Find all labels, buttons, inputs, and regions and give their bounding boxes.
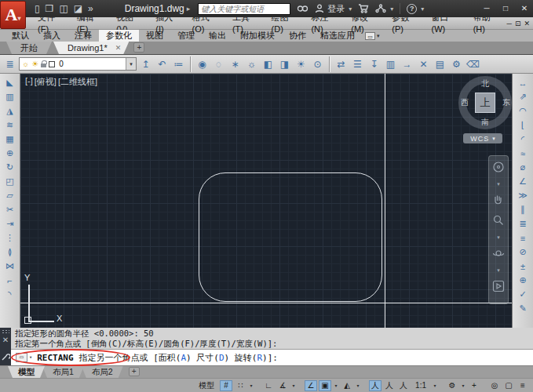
nav-wheel-caret-icon[interactable]: ▾ bbox=[497, 181, 500, 187]
new-layout-button[interactable]: + bbox=[129, 367, 140, 376]
viewcube-south[interactable]: 南 bbox=[481, 117, 489, 128]
annotation-autoscale-toggle[interactable]: 人 bbox=[383, 380, 396, 391]
nav-orbit-icon[interactable] bbox=[492, 247, 505, 261]
doc-minimize-button[interactable]: ─ bbox=[507, 20, 512, 27]
save-as-icon[interactable]: ◪ bbox=[74, 3, 82, 14]
osnap-3d-toggle[interactable]: ◭ bbox=[341, 380, 353, 391]
ribbon-tab[interactable]: 附加模块 bbox=[233, 30, 282, 42]
change-to-current-layer-button[interactable]: ↧ bbox=[367, 56, 381, 71]
radius-dimension-tool[interactable]: ◜ bbox=[516, 133, 530, 145]
ribbon-tab[interactable]: 注释 bbox=[68, 30, 99, 42]
quick-dimension-tool[interactable]: ≫ bbox=[516, 190, 530, 201]
sign-in-caret-icon[interactable]: ▾ bbox=[349, 5, 352, 13]
angular-dimension-tool[interactable]: ∠ bbox=[516, 176, 530, 187]
ribbon-tab[interactable]: 协作 bbox=[282, 30, 313, 42]
center-mark-tool[interactable]: ⊕ bbox=[516, 274, 530, 286]
chamfer-tool[interactable]: ⌐ bbox=[3, 274, 17, 286]
viewcube-top-face[interactable]: 上 bbox=[475, 93, 495, 113]
layer-unisolate-button[interactable]: ◌ bbox=[211, 56, 226, 71]
ribbon-tab[interactable]: 视图 bbox=[139, 30, 170, 42]
doc-restore-button[interactable]: ⊡ bbox=[515, 20, 521, 27]
viewcube-north[interactable]: 北 bbox=[481, 78, 489, 89]
minimize-button[interactable]: ─ bbox=[478, 1, 495, 16]
file-tab-drawing1[interactable]: Drawing1* ✕ bbox=[53, 42, 129, 54]
layer-merge-button[interactable]: → bbox=[400, 56, 414, 71]
offset-tool[interactable]: ≋ bbox=[3, 119, 17, 131]
move-tool[interactable]: ⊕ bbox=[3, 147, 17, 159]
layout-tab[interactable]: 布局2 bbox=[82, 366, 123, 378]
application-menu-button[interactable]: A▾ bbox=[0, 1, 26, 29]
snap-caret[interactable]: ▾ bbox=[248, 380, 254, 391]
annotation-scale-caret[interactable]: ▾ bbox=[432, 380, 438, 391]
layer-lock-button[interactable]: ◧ bbox=[261, 56, 276, 71]
workspace-gear-button[interactable]: ⚙ bbox=[446, 380, 458, 391]
maximize-button[interactable]: □ bbox=[497, 1, 514, 16]
ribbon-minimize-button[interactable]: ▭ ▾ bbox=[365, 30, 380, 42]
nav-showmotion-icon[interactable] bbox=[492, 280, 505, 294]
save-icon[interactable]: ◫ bbox=[59, 3, 68, 14]
model-space-button[interactable]: 模型 bbox=[195, 380, 218, 391]
layer-thaw-button[interactable]: ☀ bbox=[294, 56, 308, 71]
help-icon[interactable]: ? bbox=[407, 4, 417, 14]
layer-off-button[interactable]: ☼ bbox=[244, 56, 259, 71]
recent-commands-caret-icon[interactable]: ▾ bbox=[29, 354, 32, 361]
wcs-button[interactable]: WCS ▾ bbox=[463, 133, 502, 143]
customization-button[interactable]: ≡ bbox=[517, 380, 529, 391]
layer-unlock-button[interactable]: ◨ bbox=[277, 56, 292, 71]
continue-dimension-tool[interactable]: ≣ bbox=[516, 218, 530, 230]
clean-screen-button[interactable]: ▢ bbox=[502, 380, 515, 391]
annotation-scale-display[interactable]: 人 bbox=[397, 380, 410, 391]
dimension-break-tool[interactable]: ⊘ bbox=[516, 246, 530, 258]
app-store-cart-icon[interactable] bbox=[358, 4, 369, 13]
recent-commands-icon[interactable]: ▭ bbox=[16, 353, 27, 362]
nav-wheel-icon[interactable] bbox=[492, 161, 505, 175]
osnap-tracking-toggle[interactable]: ∠ bbox=[305, 380, 317, 391]
array-tool[interactable]: ▦ bbox=[3, 133, 17, 145]
ribbon-tab[interactable]: 精选应用 bbox=[313, 30, 362, 42]
qat-more-icon[interactable]: » bbox=[88, 3, 93, 14]
layer-dropdown-caret-icon[interactable]: ▾ bbox=[126, 58, 136, 70]
new-file-icon[interactable]: ▯ bbox=[35, 3, 40, 14]
close-icon[interactable]: ✕ bbox=[115, 42, 122, 54]
viewcube-east[interactable]: 东 bbox=[502, 97, 510, 108]
copy-objects-to-new-layer-button[interactable]: ▥ bbox=[383, 56, 398, 71]
tolerance-tool[interactable]: ± bbox=[516, 260, 530, 272]
layout-tab[interactable]: 布局1 bbox=[42, 366, 84, 378]
annotation-visibility-toggle[interactable]: 人 bbox=[369, 380, 381, 391]
copy-tool[interactable]: ▥ bbox=[3, 91, 17, 103]
open-file-icon[interactable]: ❒ bbox=[46, 3, 54, 14]
purge-broom-button[interactable]: ⌫ bbox=[465, 56, 480, 71]
layer-previous-button[interactable]: ↶ bbox=[155, 56, 170, 71]
trim-tool[interactable]: ✂ bbox=[3, 204, 17, 216]
layer-settings-button[interactable]: ⚙ bbox=[449, 56, 464, 71]
polar-tracking-toggle[interactable]: ∡ bbox=[276, 380, 289, 391]
dimension-edit-tool[interactable]: ✎ bbox=[516, 303, 530, 314]
share-caret-icon[interactable]: ▾ bbox=[390, 5, 393, 13]
stretch-tool[interactable]: ▱ bbox=[3, 190, 17, 201]
layout-tab[interactable]: 模型 bbox=[8, 366, 45, 378]
help-caret-icon[interactable]: ▾ bbox=[421, 5, 424, 13]
ribbon-tab[interactable]: 输出 bbox=[202, 30, 233, 42]
break-at-point-tool[interactable]: ⋮ bbox=[3, 232, 17, 244]
layer-properties-manager-button[interactable]: ≣ bbox=[2, 56, 17, 71]
rotate-tool[interactable]: ↻ bbox=[3, 162, 17, 173]
nav-zoom-caret-icon[interactable]: ▾ bbox=[497, 234, 500, 241]
doc-close-button[interactable]: ✕ bbox=[524, 20, 530, 27]
autodesk-share-icon[interactable] bbox=[375, 4, 386, 13]
new-drawing-tab-button[interactable]: + bbox=[133, 42, 144, 53]
ortho-toggle[interactable]: ∟ bbox=[262, 380, 275, 391]
osnap-3d-caret[interactable]: ▾ bbox=[355, 380, 361, 391]
grid-toggle[interactable]: # bbox=[220, 380, 232, 391]
linear-dimension-tool[interactable]: ↔ bbox=[516, 77, 530, 89]
ribbon-tab[interactable]: 管理 bbox=[170, 30, 202, 42]
osnap-toggle[interactable]: ▣ bbox=[319, 380, 331, 391]
command-input-line[interactable]: ▭ ▾ RECTANG 指定另一个角点或 [面积(A) 尺寸(D) 旋转(R)]… bbox=[11, 349, 533, 365]
baseline-dimension-tool[interactable]: ∥ bbox=[516, 204, 530, 216]
extend-tool[interactable]: ⇥ bbox=[3, 218, 17, 230]
scale-tool[interactable]: ◰ bbox=[3, 176, 17, 187]
viewport-menu-control[interactable]: [-] bbox=[25, 76, 33, 88]
viewcube-west[interactable]: 西 bbox=[461, 97, 469, 108]
inspection-tool[interactable]: ✓ bbox=[516, 289, 530, 300]
search-input[interactable] bbox=[198, 3, 290, 15]
polar-caret[interactable]: ▾ bbox=[290, 380, 297, 391]
